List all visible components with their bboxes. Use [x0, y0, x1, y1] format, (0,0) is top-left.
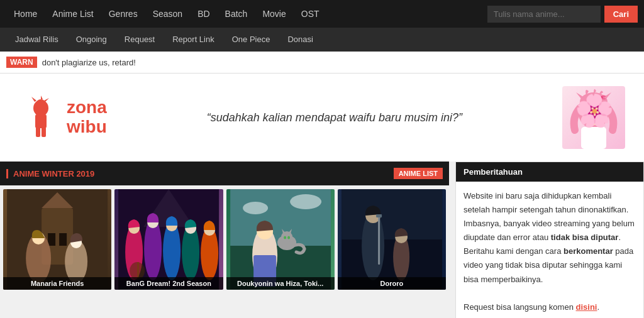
top-navigation: Home Anime List Genres Season BD Batch M…: [0, 0, 644, 28]
nav-bd[interactable]: BD: [190, 0, 217, 28]
nav-genres[interactable]: Genres: [101, 0, 145, 28]
svg-point-16: [600, 96, 602, 99]
anime-card[interactable]: Manaria Friends: [3, 189, 111, 290]
anime-title: Dororo: [338, 277, 446, 290]
svg-point-42: [243, 202, 268, 214]
pemberitahuan-header: Pemberitahuan: [456, 162, 643, 182]
anime-card[interactable]: Doukyonin wa Hiza, Toki...: [226, 189, 335, 290]
svg-rect-39: [137, 262, 139, 278]
anime-thumbnail: [114, 189, 223, 290]
svg-point-51: [284, 236, 286, 239]
anime-title: BanG Dream! 2nd Season: [114, 277, 223, 290]
pemberitahuan-box: Pemberitahuan Website ini baru saja dihi…: [455, 162, 644, 318]
anime-title: Doukyonin wa Hiza, Toki...: [226, 277, 335, 290]
nav-report-link[interactable]: Report Link: [164, 28, 223, 52]
content-area: ANIME WINTER 2019 ANIME LIST: [0, 162, 449, 318]
nav-one-piece[interactable]: One Piece: [223, 28, 279, 52]
anime-section-title: ANIME WINTER 2019: [6, 169, 94, 178]
nav-request[interactable]: Request: [116, 28, 164, 52]
svg-point-43: [290, 194, 321, 209]
svg-point-10: [582, 100, 605, 125]
svg-point-9: [580, 92, 608, 111]
svg-rect-21: [59, 233, 67, 246]
main-container: ANIME WINTER 2019 ANIME LIST: [0, 162, 644, 318]
warn-message: don't plagiarize us, retard!: [42, 58, 136, 67]
svg-rect-7: [42, 127, 46, 137]
anime-title: Manaria Friends: [3, 277, 111, 290]
svg-marker-4: [44, 98, 49, 102]
nav-jadwal-rilis[interactable]: Jadwal Rilis: [6, 28, 67, 52]
anime-thumbnail: [3, 189, 111, 290]
nav-anime-list[interactable]: Anime List: [45, 0, 101, 28]
second-navigation: Jadwal Rilis Ongoing Request Report Link…: [0, 28, 644, 52]
pemberitahuan-content: Website ini baru saja dihidupkan kembali…: [456, 182, 643, 318]
banner-tagline: “sudahkah kalian mendapat waifu baru mus…: [107, 111, 562, 124]
svg-point-8: [578, 94, 609, 129]
banner-character: [562, 86, 625, 149]
anime-thumbnail: [338, 189, 446, 290]
svg-rect-6: [36, 127, 40, 137]
disini-link[interactable]: disini: [576, 302, 597, 312]
logo-icon: [19, 96, 63, 140]
search-input[interactable]: [487, 6, 601, 23]
svg-marker-2: [31, 97, 36, 102]
nav-ost[interactable]: OST: [294, 0, 327, 28]
anime-thumbnail: [226, 189, 335, 290]
anime-card[interactable]: Dororo: [338, 189, 446, 290]
search-area: Cari: [487, 6, 638, 23]
svg-rect-15: [581, 127, 606, 149]
svg-rect-5: [35, 114, 47, 128]
search-button[interactable]: Cari: [604, 6, 638, 23]
sidebar: Pemberitahuan Website ini baru saja dihi…: [449, 162, 644, 318]
svg-rect-20: [48, 233, 55, 246]
banner: zona wibu “sudahkah kalian mendapat waif…: [0, 74, 644, 162]
svg-marker-3: [41, 96, 43, 99]
svg-point-52: [287, 236, 290, 239]
anime-list-badge[interactable]: ANIME LIST: [394, 168, 443, 179]
svg-rect-61: [341, 189, 442, 290]
nav-season[interactable]: Season: [145, 0, 190, 28]
svg-point-11: [587, 109, 592, 116]
logo-area: zona wibu: [19, 96, 107, 140]
warn-badge: WARN: [6, 57, 37, 68]
nav-batch[interactable]: Batch: [218, 0, 255, 28]
logo-text: zona wibu: [67, 98, 107, 137]
nav-movie[interactable]: Movie: [255, 0, 293, 28]
pemberitahuan-text: Website ini baru saja dihidupkan kembali…: [464, 189, 636, 287]
nav-home[interactable]: Home: [6, 0, 45, 28]
svg-marker-14: [603, 92, 611, 99]
svg-point-12: [596, 109, 601, 116]
anime-grid: Manaria Friends: [0, 189, 449, 290]
pemberitahuan-request: Request bisa langsung komen disini.: [464, 300, 636, 314]
nav-donasi[interactable]: Donasi: [279, 28, 321, 52]
warn-bar: WARN don't plagiarize us, retard!: [0, 52, 644, 74]
anime-section-header: ANIME WINTER 2019 ANIME LIST: [0, 162, 449, 185]
anime-card[interactable]: BanG Dream! 2nd Season: [114, 189, 223, 290]
nav-ongoing[interactable]: Ongoing: [67, 28, 116, 52]
svg-marker-13: [576, 92, 584, 99]
